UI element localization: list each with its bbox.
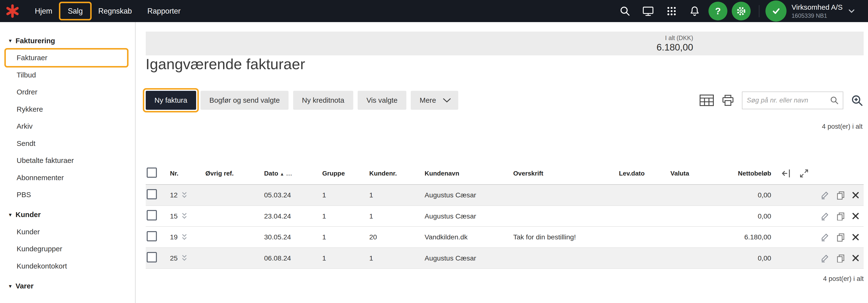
search-icon[interactable] bbox=[613, 0, 637, 22]
expand-table-icon[interactable] bbox=[800, 169, 809, 178]
cell-dato: 30.05.24 bbox=[264, 226, 322, 247]
copy-icon[interactable] bbox=[836, 254, 845, 263]
sidebar-item[interactable]: Kundegrupper bbox=[0, 240, 135, 257]
column-header-valuta[interactable]: Valuta bbox=[671, 162, 720, 185]
sidebar-section: ▾ Fakturering Fakturaer Tilbud Ordrer Ry… bbox=[0, 32, 135, 203]
account-chevron-down-icon[interactable] bbox=[842, 0, 860, 22]
sidebar-section-header[interactable]: ▾ Varer bbox=[0, 277, 135, 295]
row-expand-chevrons-icon[interactable] bbox=[182, 213, 187, 219]
sidebar-section-items: Kunder Kundegrupper Kundekontokort bbox=[0, 223, 135, 275]
sidebar-item[interactable]: Kunder bbox=[0, 223, 135, 241]
account-info[interactable]: Virksomhed A/S 1605339 NB1 bbox=[792, 3, 843, 20]
row-checkbox[interactable] bbox=[147, 210, 157, 220]
edit-icon[interactable] bbox=[820, 254, 830, 263]
print-icon[interactable] bbox=[721, 94, 735, 107]
sidebar-section-header[interactable]: ▾ Kunder bbox=[0, 206, 135, 223]
settings-gear-button[interactable] bbox=[732, 2, 751, 21]
company-avatar[interactable] bbox=[766, 0, 786, 22]
cell-dato: 05.03.24 bbox=[264, 185, 322, 205]
row-expand-chevrons-icon[interactable] bbox=[182, 192, 187, 198]
table-row[interactable]: 12 05.03.24 1 1 Augustus Cæsar 0,00 bbox=[146, 185, 864, 205]
sidebar-item[interactable]: Kundekontokort bbox=[0, 257, 135, 275]
new-invoice-button[interactable]: Ny faktura bbox=[146, 91, 196, 110]
edit-icon[interactable] bbox=[820, 232, 830, 242]
sidebar-item-label: Kundegrupper bbox=[17, 245, 62, 253]
invoice-number: 12 bbox=[170, 191, 178, 199]
row-expand-chevrons-icon[interactable] bbox=[182, 234, 187, 240]
nav-salg[interactable]: Salg bbox=[60, 0, 91, 22]
sidebar-section-label: Fakturering bbox=[16, 37, 55, 45]
column-header-levdato[interactable]: Lev.dato bbox=[619, 162, 671, 185]
delete-icon[interactable] bbox=[852, 213, 859, 220]
nav-rapporter[interactable]: Rapporter bbox=[140, 0, 188, 22]
sidebar-item[interactable]: Ordrer bbox=[0, 84, 135, 101]
column-header-gruppe[interactable]: Gruppe bbox=[322, 162, 369, 185]
row-checkbox[interactable] bbox=[147, 189, 157, 199]
new-credit-note-button[interactable]: Ny kreditnota bbox=[293, 91, 353, 110]
cell-gruppe: 1 bbox=[322, 226, 369, 247]
show-selected-button[interactable]: Vis valgte bbox=[358, 91, 406, 110]
sidebar-item[interactable]: Rykkere bbox=[0, 101, 135, 118]
monitor-icon[interactable] bbox=[637, 0, 660, 22]
column-header-ovrig-ref[interactable]: Øvrig ref. bbox=[205, 162, 264, 185]
search-input[interactable] bbox=[742, 97, 826, 104]
row-checkbox[interactable] bbox=[147, 231, 157, 241]
app-root: Hjem Salg Regnskab Rapporter ? bbox=[0, 0, 868, 303]
column-header-kundenavn[interactable]: Kundenavn bbox=[425, 162, 513, 185]
column-header-nettobelob[interactable]: Nettobeløb bbox=[720, 162, 775, 185]
apps-grid-icon[interactable] bbox=[660, 0, 683, 22]
brand-logo-icon[interactable] bbox=[6, 4, 20, 18]
sidebar-item[interactable]: Tilbud bbox=[0, 66, 135, 84]
notifications-bell-icon[interactable] bbox=[683, 0, 706, 22]
copy-icon[interactable] bbox=[836, 191, 845, 199]
chevron-down-icon bbox=[443, 98, 451, 103]
cell-valuta bbox=[671, 185, 720, 205]
pin-columns-icon[interactable] bbox=[781, 169, 791, 178]
row-checkbox[interactable] bbox=[147, 252, 157, 262]
sidebar-item-label: Fakturaer bbox=[17, 54, 48, 62]
cell-overskrift: Tak for din bestilling! bbox=[513, 226, 619, 247]
sidebar-item[interactable]: PBS bbox=[0, 186, 135, 203]
table-row[interactable]: 19 30.05.24 1 20 Vandkilden.dk Tak for d… bbox=[146, 226, 864, 247]
edit-icon[interactable] bbox=[820, 212, 830, 221]
more-button[interactable]: Mere bbox=[411, 91, 458, 110]
select-all-checkbox[interactable] bbox=[147, 167, 157, 178]
column-header-dato[interactable]: Dato▲… bbox=[264, 162, 322, 185]
column-header-kundenr[interactable]: Kundenr. bbox=[369, 162, 425, 185]
table-row[interactable]: 25 06.08.24 1 1 Augustus Cæsar 0,00 bbox=[146, 248, 864, 269]
sidebar-item[interactable]: Abonnementer bbox=[0, 169, 135, 187]
column-header-overskrift[interactable]: Overskrift bbox=[513, 162, 619, 185]
summary-strip: I alt (DKK) 6.180,00 bbox=[146, 32, 864, 55]
sidebar-item[interactable]: Sendt bbox=[0, 135, 135, 152]
sidebar-item[interactable]: Ubetalte fakturaer bbox=[0, 152, 135, 169]
edit-icon[interactable] bbox=[820, 191, 830, 199]
column-header-nr[interactable]: Nr. bbox=[170, 162, 205, 185]
cell-kundenavn: Augustus Cæsar bbox=[425, 205, 513, 226]
advanced-search-icon[interactable] bbox=[850, 94, 864, 107]
main-nav: Hjem Salg Regnskab Rapporter bbox=[27, 0, 188, 22]
cell-levdato bbox=[619, 248, 671, 269]
sidebar-item[interactable]: Arkiv bbox=[0, 118, 135, 135]
nav-regnskab[interactable]: Regnskab bbox=[90, 0, 140, 22]
total-label: I alt (DKK) bbox=[657, 34, 693, 42]
nav-hjem[interactable]: Hjem bbox=[27, 0, 60, 22]
delete-icon[interactable] bbox=[852, 192, 859, 199]
help-button[interactable]: ? bbox=[709, 2, 727, 21]
cell-ovrig-ref bbox=[205, 205, 264, 226]
search-submit-icon[interactable] bbox=[826, 92, 843, 109]
copy-icon[interactable] bbox=[836, 212, 845, 221]
delete-icon[interactable] bbox=[852, 254, 859, 262]
sidebar-section: ▾ Kunder Kunder Kundegrupper Kundekontok… bbox=[0, 206, 135, 275]
table-row[interactable]: 15 23.04.24 1 1 Augustus Cæsar 0,00 bbox=[146, 205, 864, 226]
sidebar-item[interactable]: Fakturaer bbox=[0, 49, 135, 66]
sidebar-item-label: Ordrer bbox=[17, 88, 38, 96]
caret-down-icon: ▾ bbox=[9, 212, 12, 218]
copy-icon[interactable] bbox=[836, 232, 845, 242]
delete-icon[interactable] bbox=[852, 233, 859, 241]
sidebar-section-header[interactable]: ▾ Fakturering bbox=[0, 32, 135, 49]
table-view-icon[interactable] bbox=[699, 94, 714, 106]
post-and-send-selected-button[interactable]: Bogfør og send valgte bbox=[200, 91, 288, 110]
row-expand-chevrons-icon[interactable] bbox=[182, 255, 187, 261]
sidebar-section-items: Fakturaer Tilbud Ordrer Rykkere Arkiv Se… bbox=[0, 49, 135, 203]
sidebar: ▾ Fakturering Fakturaer Tilbud Ordrer Ry… bbox=[0, 22, 135, 303]
